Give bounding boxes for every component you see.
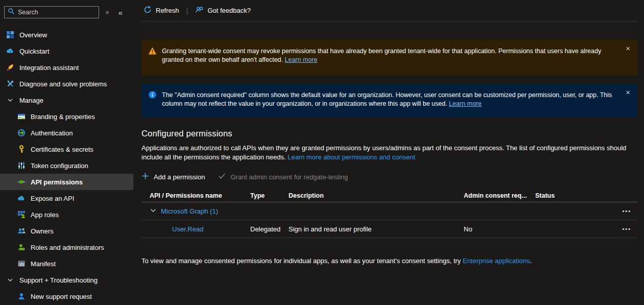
sidebar-item-api-permissions[interactable]: API permissions bbox=[0, 174, 133, 190]
grant-admin-consent-label: Grant admin consent for redgate-testing bbox=[230, 173, 348, 181]
sidebar-item-quickstart[interactable]: Quickstart bbox=[0, 43, 133, 59]
sidebar-item-expose-api[interactable]: Expose an API bbox=[0, 190, 133, 206]
table-permission-row[interactable]: User.Read Delegated Sign in and read use… bbox=[141, 220, 637, 238]
sidebar-item-label: Token configuration bbox=[31, 162, 88, 170]
authentication-icon bbox=[17, 129, 26, 137]
warning-banner: Granting tenant-wide consent may revoke … bbox=[141, 40, 637, 76]
permission-row-menu-icon[interactable]: ••• bbox=[617, 226, 637, 232]
checkmark-icon bbox=[218, 172, 226, 181]
column-header-name: API / Permissions name bbox=[150, 192, 250, 199]
main-content: Refresh | Got feedback? Granting tenant-… bbox=[141, 0, 637, 305]
feedback-label: Got feedback? bbox=[207, 7, 251, 14]
microsoft-graph-link[interactable]: Microsoft Graph (1) bbox=[161, 207, 218, 215]
sidebar-item-label: Roles and administrators bbox=[31, 244, 104, 251]
sidebar-item-manifest[interactable]: {} Manifest bbox=[0, 255, 133, 272]
chevron-down-icon bbox=[6, 276, 14, 284]
sidebar-item-label: App roles bbox=[31, 211, 59, 219]
info-learn-more-link[interactable]: Learn more bbox=[449, 100, 482, 107]
sidebar-item-integration-assistant[interactable]: Integration assistant bbox=[0, 59, 133, 76]
feedback-icon bbox=[195, 6, 203, 15]
overview-grid-icon bbox=[6, 31, 14, 39]
sidebar-item-diagnose[interactable]: Diagnose and solve problems bbox=[0, 76, 133, 92]
sidebar-item-label: New support request bbox=[31, 293, 92, 300]
sidebar-item-authentication[interactable]: Authentication bbox=[0, 125, 133, 141]
svg-text:{}: {} bbox=[20, 263, 24, 267]
sidebar-item-label: Owners bbox=[31, 227, 54, 235]
column-header-type: Type bbox=[250, 192, 289, 199]
search-icon bbox=[8, 8, 15, 17]
plus-icon bbox=[141, 172, 149, 181]
permission-name-cell: User.Read bbox=[150, 225, 250, 233]
sidebar-item-label: Branding & properties bbox=[31, 113, 95, 121]
tools-icon bbox=[6, 80, 14, 88]
grant-admin-consent-button[interactable]: Grant admin consent for redgate-testing bbox=[218, 172, 348, 181]
sidebar-item-label: API permissions bbox=[31, 178, 83, 186]
group-name-cell: Microsoft Graph (1) bbox=[150, 207, 250, 216]
sidebar-search-row: × « bbox=[0, 0, 133, 20]
enterprise-applications-link[interactable]: Enterprise applications bbox=[463, 257, 530, 265]
sidebar-section-manage[interactable]: Manage bbox=[0, 92, 133, 108]
info-banner: The "Admin consent required" column show… bbox=[141, 84, 637, 118]
footer-hint-text: To view and manage consented permissions… bbox=[141, 257, 463, 265]
sidebar-item-label: Authentication bbox=[31, 129, 73, 137]
info-banner-text: The "Admin consent required" column show… bbox=[162, 91, 612, 107]
permission-description-cell: Sign in and read user profile bbox=[289, 225, 464, 233]
collapse-sidebar-icon[interactable]: « bbox=[115, 8, 126, 17]
cloud-icon bbox=[17, 194, 26, 202]
column-header-status: Status bbox=[535, 192, 617, 199]
refresh-button[interactable]: Refresh bbox=[141, 6, 181, 15]
group-row-menu-icon[interactable]: ••• bbox=[617, 208, 637, 214]
permission-admin-consent-cell: No bbox=[464, 225, 535, 233]
sidebar-item-branding[interactable]: Branding & properties bbox=[0, 108, 133, 125]
table-group-row[interactable]: Microsoft Graph (1) ••• bbox=[141, 202, 637, 220]
footer-hint-period: . bbox=[530, 257, 532, 265]
support-person-icon bbox=[17, 292, 26, 300]
sliders-icon bbox=[17, 161, 26, 170]
refresh-label: Refresh bbox=[156, 7, 179, 14]
page-section-title: Configured permissions bbox=[141, 129, 637, 138]
info-icon bbox=[148, 90, 157, 99]
warning-learn-more-link[interactable]: Learn more bbox=[285, 56, 318, 63]
toolbar-divider: | bbox=[186, 6, 188, 15]
sidebar-item-certificates[interactable]: Certificates & secrets bbox=[0, 141, 133, 157]
sidebar-item-label: Integration assistant bbox=[19, 64, 79, 72]
sidebar-item-overview[interactable]: Overview bbox=[0, 27, 133, 43]
sidebar-item-new-support-request[interactable]: New support request bbox=[0, 288, 133, 304]
sidebar-item-owners[interactable]: Owners bbox=[0, 223, 133, 239]
warning-banner-text: Granting tenant-wide consent may revoke … bbox=[162, 48, 601, 63]
people-icon bbox=[17, 227, 26, 235]
search-input[interactable] bbox=[18, 9, 96, 16]
sidebar-item-roles-administrators[interactable]: Roles and administrators bbox=[0, 239, 133, 255]
warning-icon bbox=[148, 46, 157, 55]
sidebar-item-label: Diagnose and solve problems bbox=[19, 80, 107, 88]
permissions-consent-link[interactable]: Learn more about permissions and consent bbox=[288, 153, 415, 161]
sidebar-item-label: Certificates & secrets bbox=[31, 146, 93, 153]
rocket-icon bbox=[6, 63, 14, 72]
plug-icon bbox=[17, 178, 26, 186]
sidebar-item-label: Manifest bbox=[31, 260, 56, 268]
user-read-link[interactable]: User.Read bbox=[172, 225, 203, 233]
branding-icon bbox=[17, 112, 26, 121]
person-gear-icon bbox=[17, 243, 26, 251]
section-description: Applications are authorized to call APIs… bbox=[141, 144, 634, 161]
close-warning-icon[interactable]: × bbox=[626, 44, 630, 53]
sidebar-nav: Overview Quickstart Integration assistan… bbox=[0, 27, 133, 304]
feedback-button[interactable]: Got feedback? bbox=[193, 6, 253, 15]
add-permission-button[interactable]: Add a permission bbox=[141, 172, 205, 181]
column-header-description: Description bbox=[289, 192, 464, 199]
sidebar-item-token-configuration[interactable]: Token configuration bbox=[0, 157, 133, 174]
refresh-icon bbox=[144, 6, 152, 15]
app-roles-icon bbox=[17, 210, 26, 219]
manifest-icon: {} bbox=[17, 260, 26, 268]
chevron-down-icon bbox=[6, 96, 14, 104]
sidebar-item-app-roles[interactable]: App roles bbox=[0, 206, 133, 223]
permissions-table-header: API / Permissions name Type Description … bbox=[141, 189, 637, 202]
sidebar-section-support[interactable]: Support + Troubleshooting bbox=[0, 272, 133, 288]
search-box[interactable] bbox=[4, 6, 99, 18]
chevron-down-icon[interactable] bbox=[150, 207, 157, 216]
sidebar-item-label: Overview bbox=[19, 31, 47, 39]
clear-search-icon[interactable]: × bbox=[102, 9, 112, 16]
close-info-icon[interactable]: × bbox=[626, 88, 630, 97]
sidebar: × « Overview Quickstart Integration assi… bbox=[0, 0, 133, 305]
add-permission-label: Add a permission bbox=[154, 173, 205, 181]
